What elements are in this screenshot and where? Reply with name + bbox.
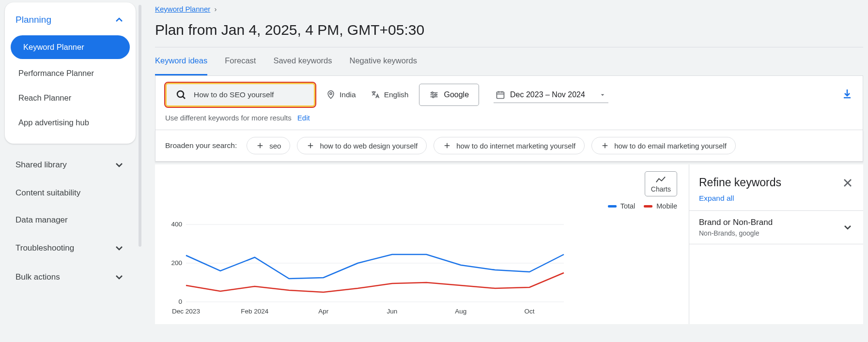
svg-text:200: 200 <box>171 259 182 267</box>
charts-btn-label: Charts <box>651 185 671 193</box>
refine-group-title: Brand or Non-Brand <box>699 218 773 227</box>
chevron-down-icon <box>113 271 125 283</box>
tabs: Keyword ideas Forecast Saved keywords Ne… <box>155 47 863 76</box>
sidebar-item-app-advertising-hub[interactable]: App advertising hub <box>5 110 136 135</box>
translate-icon <box>371 90 380 100</box>
sidebar-sections: Shared library Content suitability Data … <box>5 144 136 292</box>
download-icon <box>841 88 853 100</box>
network-value: Google <box>444 90 469 99</box>
calendar-icon <box>496 90 505 100</box>
date-range-value: Dec 2023 – Nov 2024 <box>510 90 585 99</box>
broaden-bar: Broaden your search: seo how to do web d… <box>155 130 863 162</box>
chart-area: Charts Total Mobile 0200400Dec 2023Feb 2… <box>155 164 689 324</box>
breadcrumb: Keyword Planner › <box>155 5 863 13</box>
tab-negative-keywords[interactable]: Negative keywords <box>349 47 417 75</box>
caret-down-icon <box>599 91 606 99</box>
tab-saved-keywords[interactable]: Saved keywords <box>273 47 332 75</box>
sidebar-section-content-suitability[interactable]: Content suitability <box>5 179 136 207</box>
refine-panel: Refine keywords Expand all Brand or Non-… <box>689 164 863 324</box>
broaden-label: Broaden your search: <box>165 141 237 150</box>
svg-point-0 <box>177 91 184 97</box>
page-title: Plan from Jan 4, 2025, 4 PM, GMT+05:30 <box>155 22 863 47</box>
planning-card: Planning Keyword Planner Performance Pla… <box>5 2 136 144</box>
chip-label: how to do internet marketing yourself <box>456 142 575 150</box>
plus-icon <box>443 141 451 150</box>
chart-legend: Total Mobile <box>608 202 677 210</box>
location-pin-icon <box>326 90 336 100</box>
svg-point-6 <box>432 92 433 93</box>
svg-rect-9 <box>497 92 504 98</box>
chip-label: how to do email marketing yourself <box>614 142 727 150</box>
planning-label: Planning <box>16 15 51 25</box>
expand-all-link[interactable]: Expand all <box>689 194 863 210</box>
svg-text:Oct: Oct <box>525 308 535 315</box>
broaden-chip-seo[interactable]: seo <box>247 137 290 154</box>
sidebar-section-troubleshooting[interactable]: Troubleshooting <box>5 234 136 263</box>
plus-icon <box>256 141 264 150</box>
sidebar-section-label: Bulk actions <box>16 272 60 282</box>
keyword-search-pill[interactable]: How to do SEO yourself <box>165 83 315 107</box>
chip-label: seo <box>269 142 281 150</box>
svg-text:Apr: Apr <box>318 308 329 315</box>
plus-icon <box>306 141 315 150</box>
refine-title: Refine keywords <box>699 176 781 189</box>
keyword-search-text: How to do SEO yourself <box>194 90 274 99</box>
sidebar-item-reach-planner[interactable]: Reach Planner <box>5 86 136 110</box>
charts-toggle-button[interactable]: Charts <box>645 171 677 196</box>
svg-text:Aug: Aug <box>455 308 466 315</box>
svg-text:Jun: Jun <box>387 308 398 315</box>
sidebar-section-shared-library[interactable]: Shared library <box>5 150 136 179</box>
close-icon[interactable] <box>842 177 853 189</box>
legend-mobile[interactable]: Mobile <box>644 202 677 210</box>
planning-header[interactable]: Planning <box>5 9 136 33</box>
broaden-chip-email-marketing[interactable]: how to do email marketing yourself <box>591 137 736 154</box>
svg-line-1 <box>183 96 185 99</box>
broaden-chip-internet-marketing[interactable]: how to do internet marketing yourself <box>434 137 585 154</box>
refine-group-brand[interactable]: Brand or Non-Brand Non-Brands, google <box>689 210 863 244</box>
language-filter[interactable]: English <box>367 87 413 103</box>
language-value: English <box>384 90 409 99</box>
tune-icon <box>429 90 439 100</box>
network-filter[interactable]: Google <box>419 84 479 106</box>
hint-edit-link[interactable]: Edit <box>297 114 310 122</box>
chevron-down-icon <box>113 242 125 254</box>
plus-icon <box>601 141 609 150</box>
trend-chart: 0200400Dec 2023Feb 2024AprJunAugOct <box>167 220 569 316</box>
svg-text:Feb 2024: Feb 2024 <box>241 308 269 315</box>
tab-keyword-ideas[interactable]: Keyword ideas <box>155 47 207 75</box>
hint-row: Use different keywords for more results … <box>155 114 863 130</box>
line-chart-icon <box>655 176 666 184</box>
location-filter[interactable]: India <box>322 87 360 103</box>
sidebar-item-performance-planner[interactable]: Performance Planner <box>5 61 136 86</box>
breadcrumb-root[interactable]: Keyword Planner <box>155 5 210 13</box>
sidebar-item-keyword-planner[interactable]: Keyword Planner <box>11 35 130 59</box>
scrollbar[interactable] <box>139 5 141 247</box>
sidebar: Planning Keyword Planner Performance Pla… <box>5 2 136 292</box>
date-range-filter[interactable]: Dec 2023 – Nov 2024 <box>494 87 608 103</box>
sidebar-section-bulk-actions[interactable]: Bulk actions <box>5 263 136 292</box>
legend-label: Mobile <box>656 202 677 210</box>
filters-bar: How to do SEO yourself India English Goo… <box>155 76 863 130</box>
refine-group-subtitle: Non-Brands, google <box>699 229 773 237</box>
legend-total[interactable]: Total <box>608 202 636 210</box>
svg-text:0: 0 <box>178 298 182 305</box>
location-value: India <box>340 90 356 99</box>
chevron-up-icon <box>113 14 125 26</box>
main: Keyword Planner › Plan from Jan 4, 2025,… <box>155 5 863 324</box>
sidebar-section-label: Troubleshooting <box>16 243 74 253</box>
sidebar-section-data-manager[interactable]: Data manager <box>5 207 136 234</box>
hint-text: Use different keywords for more results <box>165 114 292 122</box>
chevron-right-icon: › <box>214 5 217 13</box>
sidebar-section-label: Data manager <box>16 215 68 225</box>
content-row: Charts Total Mobile 0200400Dec 2023Feb 2… <box>155 164 863 324</box>
svg-text:Dec 2023: Dec 2023 <box>172 308 200 315</box>
chip-label: how to do web design yourself <box>320 142 418 150</box>
swatch-mobile <box>644 205 652 208</box>
svg-point-2 <box>330 92 332 94</box>
download-button[interactable] <box>841 88 853 102</box>
svg-text:400: 400 <box>171 221 182 228</box>
sidebar-section-label: Content suitability <box>16 188 80 198</box>
sidebar-section-label: Shared library <box>16 160 67 170</box>
tab-forecast[interactable]: Forecast <box>225 47 256 75</box>
broaden-chip-web-design[interactable]: how to do web design yourself <box>297 137 427 154</box>
